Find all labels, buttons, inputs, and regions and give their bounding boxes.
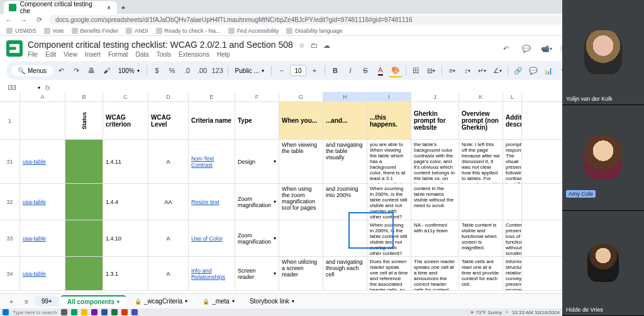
cell[interactable] — [459, 184, 503, 220]
cell[interactable]: and navigating the table visually — [323, 140, 367, 183]
col-header-i[interactable]: I — [367, 92, 411, 101]
video-tile[interactable]: Yolijn van der Kolk — [562, 0, 644, 105]
borders-button[interactable]: 田 — [409, 64, 423, 77]
menu-extensions[interactable]: Extensions — [179, 51, 209, 58]
cell[interactable]: When zooming in 200%, is the table conte… — [367, 184, 411, 220]
cell[interactable]: Table cells are read one at a time and p… — [459, 257, 503, 290]
bookmark-item[interactable]: Ready to check - Na... — [156, 28, 221, 34]
currency-button[interactable]: $ — [150, 64, 164, 77]
link-button[interactable]: 🔗 — [511, 64, 525, 77]
cell[interactable]: Info and Relationships — [189, 257, 235, 290]
menu-format[interactable]: Format — [108, 51, 128, 58]
cell[interactable]: prompting response. The visual presentat… — [503, 140, 522, 183]
decrease-font-button[interactable]: − — [275, 64, 289, 77]
wrap-button[interactable]: ↵▾ — [475, 64, 489, 77]
taskbar-app-icon[interactable] — [71, 309, 77, 315]
menu-insert[interactable]: Insert — [85, 51, 101, 58]
fill-color-button[interactable]: 🎨 — [389, 64, 402, 77]
cell[interactable]: Criteria name — [189, 102, 235, 139]
reload-button[interactable]: ⟳ — [34, 15, 44, 25]
browser-tab[interactable]: Component critical testing che × — [4, 1, 117, 14]
more-formats-button[interactable]: 123 — [211, 64, 225, 77]
cell[interactable]: and zooming into 200% — [323, 184, 367, 220]
print-button[interactable]: 🖶 — [84, 64, 98, 77]
taskbar-app-icon[interactable] — [121, 309, 128, 315]
bookmark-item[interactable]: Vote — [44, 28, 64, 34]
history-icon[interactable]: ↶ — [500, 42, 513, 55]
bookmark-item[interactable]: Benefits Finder — [72, 28, 119, 34]
merge-button[interactable]: ⊟▾ — [425, 64, 438, 77]
increase-decimal-button[interactable]: .00 — [196, 64, 209, 77]
undo-button[interactable]: ↶ — [54, 64, 68, 77]
cell[interactable]: Note: I left this off the page because a… — [459, 140, 503, 183]
col-header-c[interactable]: C — [103, 92, 148, 101]
meet-icon[interactable]: 📹▾ — [540, 42, 553, 55]
weather-widget[interactable]: ☀ 73°F Sunny — [470, 310, 502, 315]
paint-format-button[interactable]: 🖌 — [99, 64, 113, 77]
cell-dropdown[interactable]: Zoom magnification▾ — [235, 220, 279, 256]
cell[interactable]: usa-table — [20, 184, 65, 220]
cell[interactable]: WCAG criterion — [103, 102, 148, 139]
row-header[interactable]: 31 — [0, 140, 20, 183]
row-header[interactable]: 33 — [0, 220, 20, 256]
tray-chevron-icon[interactable]: ^ — [506, 310, 508, 315]
video-tile[interactable]: Hidde de Vries — [562, 211, 644, 316]
cell[interactable]: usa-table — [20, 220, 65, 256]
document-title[interactable]: Component critical testing checklist: WC… — [28, 40, 293, 50]
cell[interactable] — [65, 257, 103, 290]
valign-button[interactable]: ↕▾ — [460, 64, 474, 77]
cell[interactable]: the table's background color contrasts w… — [411, 140, 459, 183]
menus-button[interactable]: 🔍Menus — [11, 65, 53, 76]
cell[interactable]: When viewing the table — [279, 140, 323, 183]
cell[interactable] — [65, 220, 103, 256]
address-bar[interactable]: docs.google.com/spreadsheets/d/1fAJaObQH… — [49, 15, 580, 25]
col-header-e[interactable]: E — [189, 92, 235, 101]
cell[interactable] — [279, 220, 323, 256]
cell[interactable]: Resize text — [189, 184, 235, 220]
font-size-input[interactable] — [290, 65, 306, 76]
cell[interactable]: Does the screen reader speak one cell at… — [367, 257, 411, 290]
col-header-f[interactable]: F — [235, 92, 279, 101]
font-select[interactable]: Public ...▾ — [231, 66, 268, 76]
cell-dropdown[interactable]: Design▾ — [235, 140, 279, 183]
add-sheet-button[interactable]: + — [5, 295, 18, 308]
cell[interactable]: Type — [235, 102, 279, 139]
sheet-tab[interactable]: Storybook link ▾ — [243, 296, 301, 307]
cell[interactable]: A — [148, 220, 189, 256]
video-tile[interactable]: Amy Cole — [562, 105, 644, 210]
forward-button[interactable]: → — [19, 15, 29, 25]
redo-button[interactable]: ↷ — [69, 64, 83, 77]
cell[interactable]: A — [148, 140, 189, 183]
cell[interactable]: When utilizing a screen reader — [279, 257, 323, 290]
taskbar-app-icon[interactable] — [131, 309, 138, 315]
cell[interactable]: 1.3.1 — [103, 257, 148, 290]
sheet-tab-counter[interactable]: 99+ — [35, 296, 58, 307]
row-header[interactable]: 32 — [0, 184, 20, 220]
cell[interactable]: Additional description — [503, 102, 522, 139]
col-header-k[interactable]: K — [459, 92, 503, 101]
cell[interactable]: The screen reader speaks one cell at a t… — [411, 257, 459, 290]
chart-button[interactable]: 📊 — [541, 64, 555, 77]
comment-icon[interactable]: 💬 — [520, 42, 533, 55]
row-header[interactable]: 1 — [0, 102, 20, 139]
cell[interactable] — [20, 102, 65, 139]
new-tab-button[interactable]: + — [117, 1, 130, 14]
close-tab-icon[interactable]: × — [106, 4, 112, 11]
all-sheets-button[interactable]: ≡ — [20, 295, 33, 308]
cell-dropdown[interactable]: Zoom magnification▾ — [235, 184, 279, 220]
sheets-logo[interactable] — [6, 40, 23, 57]
cell[interactable] — [65, 184, 103, 220]
menu-edit[interactable]: Edit — [45, 51, 56, 58]
cell[interactable]: Overview prompt (non Gherkin) — [459, 102, 503, 139]
zoom-select[interactable]: 100%▾ — [114, 66, 143, 76]
cell[interactable]: ...and... — [323, 102, 367, 139]
menu-data[interactable]: Data — [136, 51, 149, 58]
start-button[interactable] — [3, 309, 9, 315]
strikethrough-button[interactable]: S — [358, 64, 372, 77]
cell[interactable]: usa-table — [20, 257, 65, 290]
italic-button[interactable]: I — [343, 64, 357, 77]
cell[interactable]: Status — [65, 102, 103, 139]
cell[interactable]: and navigating through each cell — [323, 257, 367, 290]
name-box-dropdown[interactable]: ▾ — [38, 85, 40, 91]
col-header-a[interactable]: A — [20, 92, 65, 101]
